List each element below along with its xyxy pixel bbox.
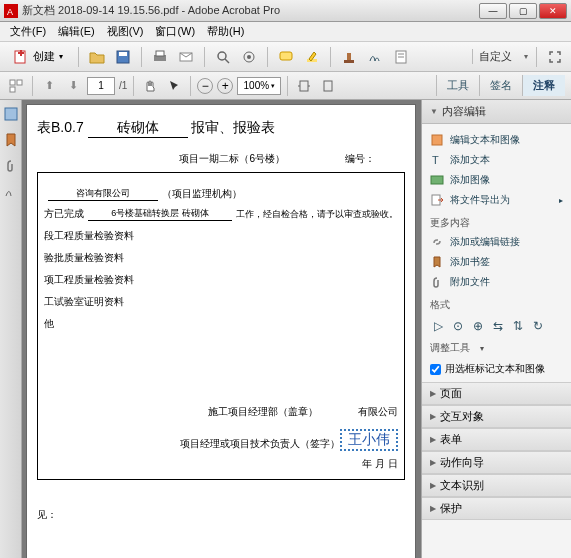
tool-export-file[interactable]: 将文件导出为 ▸ bbox=[430, 190, 563, 210]
rotate-icon[interactable]: ↻ bbox=[530, 318, 546, 334]
main-toolbar: 创建 ▾ 自定义 ▾ bbox=[0, 42, 571, 72]
list-item: 段工程质量检验资料 bbox=[44, 229, 398, 243]
footer-org: 施工项目经理部（盖章） bbox=[208, 405, 318, 419]
fullscreen-button[interactable] bbox=[545, 47, 565, 67]
close-button[interactable]: ✕ bbox=[539, 3, 567, 19]
maximize-button[interactable]: ▢ bbox=[509, 3, 537, 19]
tool-add-bookmark[interactable]: 添加书签 bbox=[430, 252, 563, 272]
form-button[interactable] bbox=[391, 47, 411, 67]
sidebar-attachments[interactable] bbox=[3, 158, 19, 174]
menu-help[interactable]: 帮助(H) bbox=[201, 24, 250, 39]
sidebar-bookmarks[interactable] bbox=[3, 132, 19, 148]
align-right-icon[interactable]: ⊕ bbox=[470, 318, 486, 334]
search-button[interactable] bbox=[213, 47, 233, 67]
prev-page-button[interactable]: ⬆ bbox=[39, 76, 59, 96]
zoom-in-button[interactable]: + bbox=[217, 78, 233, 94]
align-left-icon[interactable]: ▷ bbox=[430, 318, 446, 334]
next-page-button[interactable]: ⬇ bbox=[63, 76, 83, 96]
search-icon bbox=[215, 49, 231, 65]
section-form[interactable]: ▶表单 bbox=[422, 428, 571, 451]
list-item: 项工程质量检验资料 bbox=[44, 273, 398, 287]
app-icon: A bbox=[4, 4, 18, 18]
chevron-down-icon: ▼ bbox=[430, 107, 438, 116]
menu-file[interactable]: 文件(F) bbox=[4, 24, 52, 39]
svg-rect-21 bbox=[10, 80, 15, 85]
zoom-level[interactable]: 100%▾ bbox=[237, 77, 281, 95]
form-title: 表B.0.7 砖砌体 报审、报验表 bbox=[37, 119, 405, 138]
list-item: 工试验室证明资料 bbox=[44, 295, 398, 309]
checkbox-input[interactable] bbox=[430, 364, 441, 375]
comment-button[interactable] bbox=[276, 47, 296, 67]
section-content-edit[interactable]: ▼ 内容编辑 bbox=[422, 100, 571, 124]
tool-edit-text-image[interactable]: 编辑文本和图像 bbox=[430, 130, 563, 150]
edit-icon bbox=[430, 133, 444, 147]
customize-button[interactable]: 自定义 bbox=[472, 49, 518, 64]
chevron-right-icon: ▶ bbox=[430, 389, 436, 398]
tool-attach-file[interactable]: 附加文件 bbox=[430, 272, 563, 292]
flip-v-icon[interactable]: ⇅ bbox=[510, 318, 526, 334]
form-box: 咨询有限公司 （项目监理机构） 方已完成 6号楼基础转换层 砖砌体 工作，经自检… bbox=[37, 172, 405, 480]
svg-rect-23 bbox=[10, 87, 15, 92]
svg-rect-6 bbox=[119, 52, 127, 56]
minimize-button[interactable]: — bbox=[479, 3, 507, 19]
list-item: 验批质量检验资料 bbox=[44, 251, 398, 265]
sidebar-signatures[interactable] bbox=[3, 184, 19, 200]
page-number-input[interactable] bbox=[87, 77, 115, 95]
fit-page-button[interactable] bbox=[318, 76, 338, 96]
print-button[interactable] bbox=[150, 47, 170, 67]
tab-comment[interactable]: 注释 bbox=[522, 75, 565, 96]
align-center-icon[interactable]: ⊙ bbox=[450, 318, 466, 334]
zoom-out-button[interactable]: − bbox=[197, 78, 213, 94]
section-protect[interactable]: ▶保护 bbox=[422, 497, 571, 520]
image-icon bbox=[430, 173, 444, 187]
svg-text:T: T bbox=[432, 154, 439, 166]
open-button[interactable] bbox=[87, 47, 107, 67]
create-button[interactable]: 创建 ▾ bbox=[6, 46, 70, 68]
section-interaction[interactable]: ▶交互对象 bbox=[422, 405, 571, 428]
fit-width-button[interactable] bbox=[294, 76, 314, 96]
thumbnails-button[interactable] bbox=[6, 76, 26, 96]
select-tool-button[interactable] bbox=[164, 76, 184, 96]
tab-tools[interactable]: 工具 bbox=[436, 75, 479, 96]
left-sidebar bbox=[0, 100, 22, 558]
save-button[interactable] bbox=[113, 47, 133, 67]
menu-view[interactable]: 视图(V) bbox=[101, 24, 150, 39]
mark-checkbox[interactable]: 用选框标记文本和图像 bbox=[430, 362, 563, 376]
chevron-right-icon: ▶ bbox=[430, 412, 436, 421]
cursor-icon bbox=[167, 79, 181, 93]
svg-rect-29 bbox=[431, 176, 443, 184]
adjust-tool[interactable]: 调整工具 ▾ bbox=[430, 338, 563, 358]
chevron-down-icon: ▾ bbox=[524, 52, 528, 61]
sign-button[interactable] bbox=[365, 47, 385, 67]
highlight-icon bbox=[304, 49, 320, 65]
stamp-button[interactable] bbox=[339, 47, 359, 67]
work-content-field: 6号楼基础转换层 砖砌体 bbox=[88, 207, 232, 221]
signature-field[interactable]: 王小伟 bbox=[340, 429, 398, 451]
pdf-page: 表B.0.7 砖砌体 报审、报验表 项目一期二标（6号楼） 编号： 咨询有限公司… bbox=[26, 104, 416, 558]
flip-h-icon[interactable]: ⇆ bbox=[490, 318, 506, 334]
hand-tool-button[interactable] bbox=[140, 76, 160, 96]
tool-add-image[interactable]: 添加图像 bbox=[430, 170, 563, 190]
sign-label: 项目经理或项目技术负责人（签字） bbox=[180, 437, 340, 451]
menu-edit[interactable]: 编辑(E) bbox=[52, 24, 101, 39]
menu-window[interactable]: 窗口(W) bbox=[149, 24, 201, 39]
tool-add-text[interactable]: T 添加文本 bbox=[430, 150, 563, 170]
email-button[interactable] bbox=[176, 47, 196, 67]
gear-icon bbox=[241, 49, 257, 65]
sidebar-thumbnails[interactable] bbox=[3, 106, 19, 122]
format-icons: ▷ ⊙ ⊕ ⇆ ⇅ ↻ bbox=[430, 314, 563, 338]
tool-add-link[interactable]: 添加或编辑链接 bbox=[430, 232, 563, 252]
tab-sign[interactable]: 签名 bbox=[479, 75, 522, 96]
window-title: 新文档 2018-09-14 19.15.56.pdf - Adobe Acro… bbox=[22, 3, 479, 18]
settings-button[interactable] bbox=[239, 47, 259, 67]
svg-rect-22 bbox=[17, 80, 22, 85]
highlight-button[interactable] bbox=[302, 47, 322, 67]
page-toolbar: ⬆ ⬇ /1 − + 100%▾ 工具 签名 注释 bbox=[0, 72, 571, 100]
link-icon bbox=[430, 235, 444, 249]
section-text-recognition[interactable]: ▶文本识别 bbox=[422, 474, 571, 497]
section-action-guide[interactable]: ▶动作向导 bbox=[422, 451, 571, 474]
svg-rect-4 bbox=[18, 52, 24, 54]
document-area[interactable]: 表B.0.7 砖砌体 报审、报验表 项目一期二标（6号楼） 编号： 咨询有限公司… bbox=[22, 100, 421, 558]
email-icon bbox=[178, 49, 194, 65]
section-page[interactable]: ▶页面 bbox=[422, 382, 571, 405]
